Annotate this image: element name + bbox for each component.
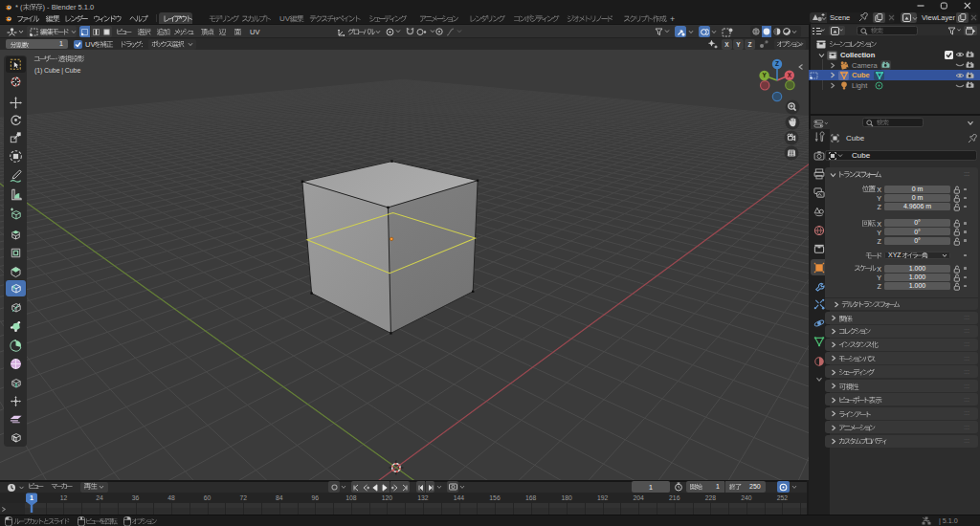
svg-text:X: X [788, 72, 792, 78]
svg-text:Y: Y [762, 72, 767, 78]
svg-text:Z: Z [775, 60, 779, 67]
